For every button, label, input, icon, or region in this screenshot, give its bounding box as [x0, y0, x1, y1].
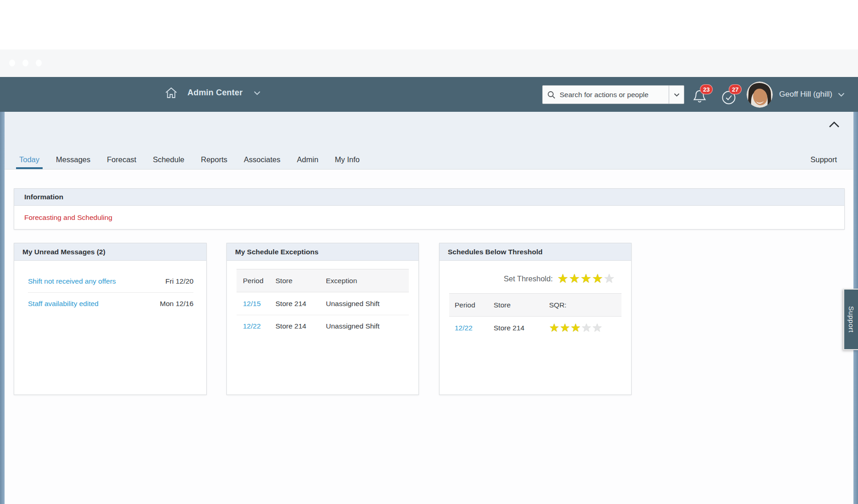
unread-messages-card: My Unread Messages (2) Shift not receive… [14, 243, 207, 395]
top-band [0, 49, 858, 77]
page-left-edge [0, 112, 5, 504]
support-side-tab-label: Support [847, 306, 855, 333]
star-icon: ★ [580, 273, 591, 285]
column-header-period: Period [449, 301, 494, 309]
schedules-below-threshold-title: Schedules Below Threshold [448, 248, 543, 256]
search-box: Search for actions or people [542, 85, 684, 104]
period-link[interactable]: 12/15 [236, 300, 275, 308]
search-scope-dropdown[interactable] [669, 86, 684, 104]
unread-messages-title: My Unread Messages (2) [22, 248, 105, 256]
unread-messages-card-header: My Unread Messages (2) [14, 243, 206, 261]
column-header-period: Period [236, 277, 275, 285]
window-dots [9, 60, 42, 66]
table-row: 12/22 Store 214 Unassigned Shift [236, 315, 409, 337]
star-icon: ★ [549, 322, 559, 334]
message-date: Mon 12/16 [160, 300, 193, 308]
module-title[interactable]: Admin Center [187, 88, 242, 98]
information-panel-header: Information [14, 189, 844, 206]
global-header: Admin Center Search for actions or peopl… [0, 77, 858, 112]
store-cell: Store 214 [494, 324, 549, 332]
star-icon: ★ [581, 322, 591, 334]
threshold-star-rating[interactable]: ★★★★★ [557, 273, 615, 285]
tab-reports[interactable]: Reports [198, 155, 231, 169]
todo-badge: 27 [729, 84, 742, 94]
period-link[interactable]: 12/22 [236, 322, 275, 330]
window-dot [22, 60, 28, 66]
search-placeholder: Search for actions or people [560, 91, 649, 99]
store-cell: Store 214 [275, 322, 326, 330]
forecasting-scheduling-link[interactable]: Forecasting and Scheduling [24, 214, 112, 222]
message-date: Fri 12/20 [165, 277, 193, 285]
sqr-star-rating: ★★★★★ [549, 322, 622, 334]
tab-my-info[interactable]: My Info [332, 155, 363, 169]
exception-cell: Unassigned Shift [326, 322, 409, 330]
notifications-badge: 23 [700, 84, 713, 94]
set-threshold-label: Set Threshold: [504, 274, 553, 283]
column-header-store: Store [275, 277, 326, 285]
star-icon: ★ [604, 273, 615, 285]
message-link[interactable]: Shift not received any offers [28, 277, 116, 285]
todo-button[interactable]: 27 [721, 89, 737, 105]
user-name: Geoff Hill (ghill) [779, 90, 832, 99]
window-dot [36, 60, 42, 66]
tab-associates[interactable]: Associates [241, 155, 284, 169]
search-input[interactable]: Search for actions or people [543, 86, 669, 104]
tab-schedule[interactable]: Schedule [149, 155, 187, 169]
support-side-tab[interactable]: Support [843, 289, 858, 350]
tab-messages[interactable]: Messages [53, 155, 94, 169]
module-chevron-down-icon[interactable] [253, 91, 261, 95]
column-header-exception: Exception [326, 277, 409, 285]
column-header-sqr: SQR: [549, 301, 622, 309]
main-tabs: Today Messages Forecast Schedule Reports… [16, 155, 363, 169]
table-row: 12/15 Store 214 Unassigned Shift [236, 292, 409, 315]
star-icon: ★ [557, 273, 568, 285]
schedule-exceptions-card-header: My Schedule Exceptions [227, 243, 418, 261]
table-header-row: Period Store Exception [236, 269, 409, 292]
content-area: Information Forecasting and Scheduling M… [5, 170, 853, 504]
column-header-store: Store [494, 301, 549, 309]
period-link[interactable]: 12/22 [449, 324, 494, 332]
schedule-exceptions-title: My Schedule Exceptions [235, 248, 319, 256]
schedule-exceptions-table: Period Store Exception 12/15 Store 214 U… [236, 269, 409, 337]
schedules-below-threshold-card-header: Schedules Below Threshold [440, 243, 631, 261]
tab-support[interactable]: Support [807, 155, 840, 169]
notifications-button[interactable]: 23 [693, 89, 708, 105]
user-menu[interactable]: Geoff Hill (ghill) [779, 77, 845, 112]
star-icon: ★ [560, 322, 570, 334]
tab-forecast[interactable]: Forecast [104, 155, 139, 169]
home-icon[interactable] [165, 87, 177, 99]
star-icon: ★ [592, 273, 603, 285]
store-cell: Store 214 [275, 300, 326, 308]
information-panel: Information Forecasting and Scheduling [14, 188, 845, 230]
exception-cell: Unassigned Shift [326, 300, 409, 308]
threshold-table: Period Store SQR: 12/22 Store 214 ★★★★★ [449, 293, 622, 339]
message-link[interactable]: Staff availability edited [28, 300, 99, 308]
message-row: Shift not received any offers Fri 12/20 [28, 270, 193, 292]
user-chevron-down-icon [838, 93, 845, 97]
tab-today[interactable]: Today [16, 155, 43, 169]
star-icon: ★ [571, 322, 581, 334]
table-row: 12/22 Store 214 ★★★★★ [449, 317, 622, 339]
search-icon [547, 91, 556, 99]
window-dot [9, 60, 15, 66]
message-row: Staff availability edited Mon 12/16 [28, 292, 193, 315]
information-title: Information [24, 193, 63, 201]
user-avatar[interactable] [747, 82, 773, 108]
schedules-below-threshold-card: Schedules Below Threshold Set Threshold:… [439, 243, 632, 395]
table-header-row: Period Store SQR: [449, 293, 622, 317]
collapse-header-button[interactable] [828, 120, 840, 130]
star-icon: ★ [569, 273, 580, 285]
tab-admin[interactable]: Admin [294, 155, 322, 169]
tab-strip: Today Messages Forecast Schedule Reports… [5, 112, 853, 170]
schedule-exceptions-card: My Schedule Exceptions Period Store Exce… [226, 243, 419, 395]
star-icon: ★ [592, 322, 602, 334]
